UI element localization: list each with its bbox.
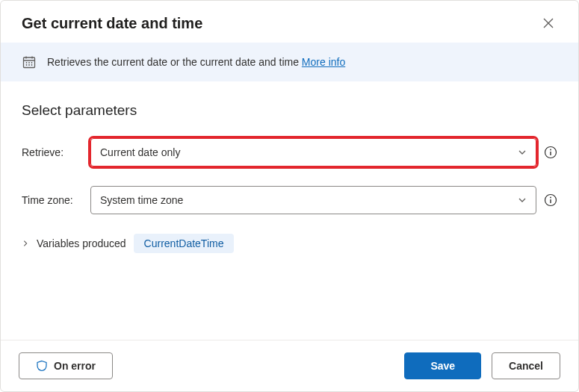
retrieve-label: Retrieve: [22, 146, 83, 158]
info-description: Retrieves the current date or the curren… [47, 56, 302, 68]
svg-point-6 [31, 62, 33, 63]
timezone-label: Time zone: [22, 194, 83, 206]
dialog-title: Get current date and time [22, 15, 202, 32]
content: Select parameters Retrieve: Current date… [1, 81, 578, 340]
svg-point-9 [31, 64, 33, 66]
svg-point-5 [28, 62, 30, 63]
retrieve-select[interactable]: Current date only [90, 138, 536, 167]
retrieve-value: Current date only [100, 146, 180, 158]
svg-point-11 [550, 149, 551, 151]
svg-point-8 [28, 64, 30, 66]
on-error-label: On error [54, 360, 96, 372]
svg-point-7 [26, 64, 28, 66]
calendar-icon [22, 55, 37, 69]
close-button[interactable] [539, 14, 557, 32]
param-row-timezone: Time zone: System time zone [22, 186, 557, 214]
chevron-right-icon[interactable] [22, 240, 29, 247]
on-error-button[interactable]: On error [19, 352, 113, 379]
section-title: Select parameters [22, 102, 557, 119]
variable-pill[interactable]: CurrentDateTime [134, 234, 235, 253]
footer-right: Save Cancel [404, 352, 560, 379]
param-row-retrieve: Retrieve: Current date only [22, 138, 557, 167]
info-bar: Retrieves the current date or the curren… [1, 43, 578, 81]
info-icon[interactable] [544, 193, 557, 207]
svg-point-4 [26, 62, 28, 63]
close-icon [542, 17, 554, 29]
shield-icon [36, 360, 48, 372]
timezone-select[interactable]: System time zone [90, 186, 536, 214]
dialog-header: Get current date and time [1, 1, 578, 43]
dialog-footer: On error Save Cancel [1, 340, 578, 391]
info-text: Retrieves the current date or the curren… [47, 56, 345, 68]
variables-label: Variables produced [37, 237, 126, 249]
cancel-button[interactable]: Cancel [492, 352, 560, 379]
info-icon[interactable] [544, 146, 557, 159]
timezone-value: System time zone [100, 194, 183, 206]
save-button[interactable]: Save [404, 352, 481, 379]
more-info-link[interactable]: More info [302, 56, 345, 68]
chevron-down-icon [518, 196, 527, 205]
dialog: Get current date and time Retrieves the … [0, 0, 579, 392]
chevron-down-icon [518, 148, 527, 157]
variables-row: Variables produced CurrentDateTime [22, 234, 557, 253]
svg-point-14 [550, 197, 551, 199]
